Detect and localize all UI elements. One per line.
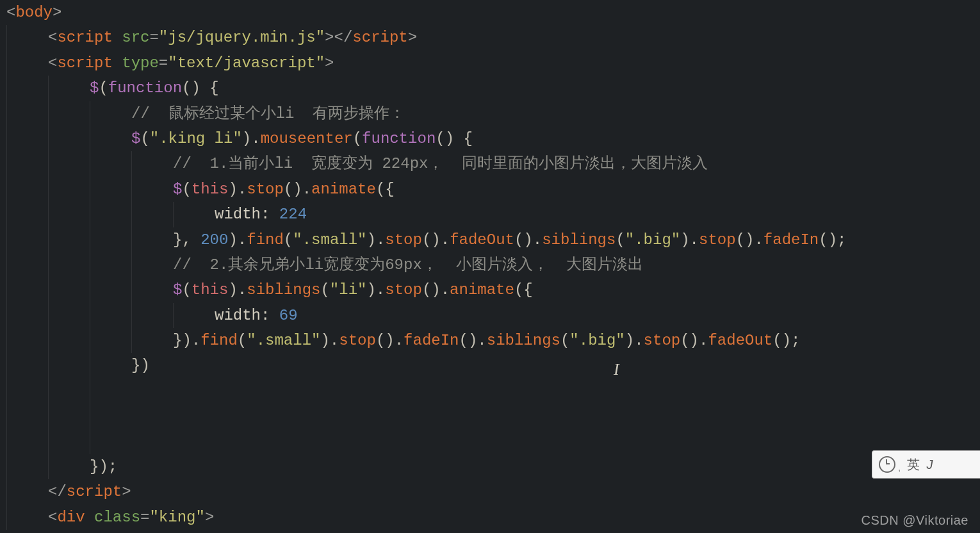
code-line[interactable]: }); [0, 454, 980, 479]
ime-suffix: J [926, 457, 933, 472]
code-line[interactable]: <script src="js/jquery.min.js"></script> [0, 25, 980, 50]
code-line[interactable]: $(function() { [0, 76, 980, 101]
code-block[interactable]: <body><script src="js/jquery.min.js"></s… [0, 0, 980, 530]
code-line[interactable]: }) [0, 353, 980, 378]
clock-icon [879, 456, 895, 473]
code-line[interactable]: width: 224 [0, 202, 980, 227]
ime-label: 英 [907, 456, 920, 473]
code-editor[interactable]: <body><script src="js/jquery.min.js"></s… [0, 0, 980, 533]
separator-icon: , [898, 462, 901, 473]
watermark: CSDN @Viktoriae [862, 513, 968, 528]
code-line[interactable]: $(this).siblings("li").stop().animate({ [0, 277, 980, 302]
code-line[interactable]: width: 69 [0, 303, 980, 328]
code-line[interactable]: // 2.其余兄弟小li宽度变为69px， 小图片淡入， 大图片淡出 [0, 252, 980, 277]
code-line[interactable]: }).find(".small").stop().fadeIn().siblin… [0, 328, 980, 353]
ime-toolbar[interactable]: , 英 J [872, 450, 980, 479]
code-line[interactable]: $(".king li").mouseenter(function() { [0, 126, 980, 151]
code-line[interactable] [0, 379, 980, 404]
code-line[interactable]: }, 200).find(".small").stop().fadeOut().… [0, 227, 980, 252]
code-line[interactable]: <div class="king"> [0, 505, 980, 530]
code-line[interactable]: $(this).stop().animate({ [0, 177, 980, 202]
code-line[interactable] [0, 404, 980, 429]
code-line[interactable] [0, 429, 980, 454]
code-line[interactable]: <script type="text/javascript"> [0, 51, 980, 76]
code-line[interactable]: </script> [0, 479, 980, 504]
text-cursor-icon: I [614, 360, 619, 379]
code-line[interactable]: <body> [0, 0, 980, 25]
code-line[interactable]: // 1.当前小li 宽度变为 224px， 同时里面的小图片淡出，大图片淡入 [0, 151, 980, 176]
code-line[interactable]: // 鼠标经过某个小li 有两步操作： [0, 101, 980, 126]
